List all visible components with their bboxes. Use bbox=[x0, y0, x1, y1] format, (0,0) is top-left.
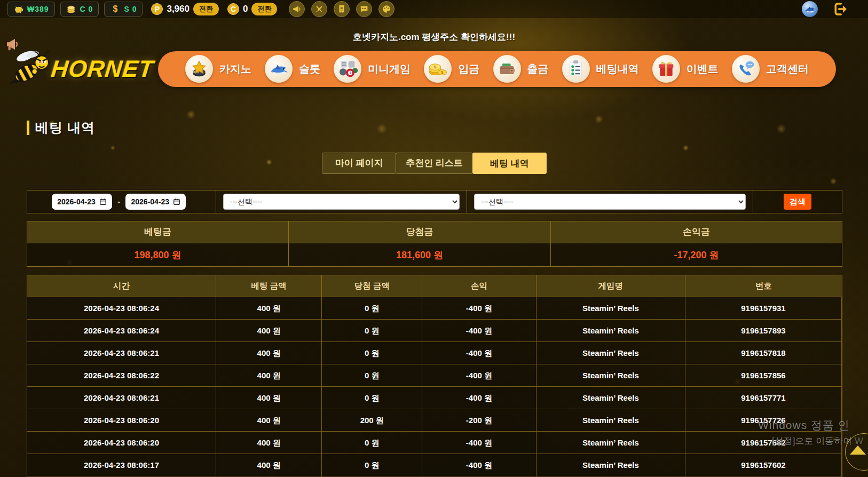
search-button[interactable]: 검색 bbox=[784, 194, 811, 210]
type-select-section: ---선택---- bbox=[467, 190, 753, 213]
wallet-coin: C 0 bbox=[60, 2, 99, 17]
palette-icon-button[interactable] bbox=[378, 1, 394, 17]
tools-icon-button[interactable] bbox=[311, 1, 327, 17]
title-accent-bar bbox=[27, 121, 29, 135]
table-cell: 9196157771 bbox=[685, 386, 842, 409]
calendar-icon bbox=[173, 198, 180, 205]
megaphone-icon bbox=[292, 4, 302, 14]
table-cell: Steamin’ Reels bbox=[536, 341, 685, 364]
scroll-to-top-button[interactable] bbox=[845, 433, 868, 471]
table-cell: 2026-04-23 08:06:22 bbox=[27, 364, 216, 386]
table-cell: -400 원 bbox=[422, 364, 536, 386]
table-row: 2026-04-23 08:06:22400 원0 원-400 원Steamin… bbox=[27, 364, 842, 386]
nav-item-event[interactable]: 이벤트 bbox=[652, 55, 719, 83]
date-from-input[interactable]: 2026-04-23 bbox=[52, 194, 112, 210]
tab-referral-list[interactable]: 추천인 리스트 bbox=[396, 153, 473, 174]
table-row: 2026-04-23 08:06:24400 원0 원-400 원Steamin… bbox=[27, 297, 842, 319]
select-filter-1[interactable]: ---선택---- bbox=[223, 194, 460, 210]
topbar-right bbox=[802, 1, 861, 18]
table-cell: 400 원 bbox=[216, 319, 322, 341]
table-cell: 2026-04-23 08:06:21 bbox=[27, 386, 216, 409]
table-header-cell: 당첨 금액 bbox=[322, 275, 422, 297]
point-c-value: 0 bbox=[243, 4, 248, 14]
hero: 호넷카지노.com 평생주소 확인하세요!!! bbox=[0, 31, 868, 91]
calendar-icon bbox=[99, 198, 107, 205]
search-section: 검색 bbox=[753, 190, 842, 213]
table-cell: -400 원 bbox=[422, 386, 536, 409]
table-cell: Steamin’ Reels bbox=[536, 409, 685, 431]
table-cell: -200 원 bbox=[422, 409, 536, 431]
point-p-badge: P bbox=[151, 3, 163, 15]
megaphone-icon-button[interactable] bbox=[289, 1, 305, 17]
table-cell: 0 원 bbox=[322, 319, 422, 341]
svg-text:1: 1 bbox=[349, 71, 351, 75]
wallet-icon bbox=[493, 55, 521, 83]
tab-bar: 마이 페이지 추천인 리스트 베팅 내역 bbox=[27, 153, 842, 174]
chat-icon-button[interactable] bbox=[356, 1, 372, 17]
select-filter-2[interactable]: ---선택---- bbox=[474, 194, 746, 210]
wallet-coin-amount: C 0 bbox=[80, 5, 93, 13]
summary-header-row: 베팅금 당첨금 손익금 bbox=[27, 221, 842, 243]
table-cell: Steamin’ Reels bbox=[536, 319, 685, 341]
table-cell: Steamin’ Reels bbox=[536, 297, 685, 319]
table-row: 2026-04-23 08:06:20400 원200 원-200 원Steam… bbox=[27, 409, 842, 431]
summary-profit-total: -17,200 원 bbox=[551, 243, 842, 266]
svg-text:$: $ bbox=[113, 4, 118, 13]
filter-panel: 2026-04-23 - 2026-04-23 ---선택---- bbox=[27, 190, 842, 213]
table-cell: Steamin’ Reels bbox=[536, 364, 685, 386]
nav-item-minigame[interactable]: 1 미니게임 bbox=[334, 55, 411, 83]
pig-icon bbox=[13, 4, 24, 14]
table-cell: 0 원 bbox=[322, 364, 422, 386]
table-cell: 0 원 bbox=[322, 341, 422, 364]
wallet-s-amount: S 0 bbox=[124, 5, 137, 13]
table-cell: 200 원 bbox=[322, 409, 422, 431]
summary-value-row: 198,800 원 181,600 원 -17,200 원 bbox=[27, 243, 842, 266]
date-to-input[interactable]: 2026-04-23 bbox=[125, 194, 186, 210]
summary-win-total: 181,600 원 bbox=[289, 243, 551, 266]
nav-item-slots[interactable]: 슬롯 bbox=[265, 55, 320, 83]
nav-item-deposit[interactable]: $$ 입금 bbox=[424, 55, 479, 83]
shark-icon bbox=[265, 55, 293, 83]
table-cell: Steamin’ Reels bbox=[536, 386, 685, 409]
brand-name: HORNET bbox=[50, 55, 155, 82]
tab-my-page[interactable]: 마이 페이지 bbox=[322, 153, 396, 174]
nav-item-betting-history[interactable]: 베팅내역 bbox=[562, 55, 639, 83]
table-cell: -400 원 bbox=[422, 319, 536, 341]
avatar[interactable] bbox=[802, 1, 818, 17]
logout-icon[interactable] bbox=[832, 1, 849, 18]
game-select-section: ---선택---- bbox=[216, 190, 467, 213]
tab-betting-history[interactable]: 베팅 내역 bbox=[472, 153, 547, 174]
table-cell: -400 원 bbox=[422, 454, 536, 476]
table-cell: 9196157602 bbox=[685, 454, 842, 476]
receipt-icon-button[interactable] bbox=[334, 1, 350, 17]
wallet-s: $ S 0 bbox=[104, 2, 143, 17]
convert-p-button[interactable]: 전환 bbox=[193, 3, 219, 15]
table-cell: 2026-04-23 08:06:21 bbox=[27, 341, 216, 364]
dollar-icon: $ bbox=[110, 4, 121, 14]
date-separator: - bbox=[117, 197, 120, 206]
main-content: 베팅 내역 마이 페이지 추천인 리스트 베팅 내역 2026-04-23 - … bbox=[27, 119, 842, 477]
table-cell: 0 원 bbox=[322, 297, 422, 319]
phone-icon bbox=[732, 55, 760, 83]
summary-header-bet: 베팅금 bbox=[27, 221, 289, 243]
nav-item-casino[interactable]: 카지노 bbox=[185, 55, 251, 83]
table-cell: 9196157856 bbox=[685, 364, 842, 386]
table-header-cell: 손익 bbox=[422, 275, 536, 297]
convert-c-button[interactable]: 전환 bbox=[251, 3, 277, 15]
table-cell: 9196157726 bbox=[685, 409, 842, 431]
table-cell: 2026-04-23 08:06:20 bbox=[27, 409, 216, 431]
table-cell: 9196157818 bbox=[685, 341, 842, 364]
nav-item-withdraw[interactable]: 출금 bbox=[493, 55, 549, 83]
table-header-cell: 시간 bbox=[27, 275, 216, 297]
brand-logo[interactable]: HORNET bbox=[0, 46, 158, 91]
date-range-section: 2026-04-23 - 2026-04-23 bbox=[27, 190, 216, 213]
betting-history-table: 시간베팅 금액당첨 금액손익게임명번호 2026-04-23 08:06:244… bbox=[27, 275, 842, 477]
table-cell: 400 원 bbox=[216, 386, 322, 409]
table-cell: 9196157931 bbox=[685, 297, 842, 319]
table-header-cell: 게임명 bbox=[536, 275, 685, 297]
summary-bet-total: 198,800 원 bbox=[27, 243, 289, 266]
table-cell: 0 원 bbox=[322, 454, 422, 476]
table-cell: Steamin’ Reels bbox=[536, 454, 685, 476]
summary-header-win: 당첨금 bbox=[289, 221, 551, 243]
nav-item-support[interactable]: 고객센터 bbox=[732, 55, 809, 83]
